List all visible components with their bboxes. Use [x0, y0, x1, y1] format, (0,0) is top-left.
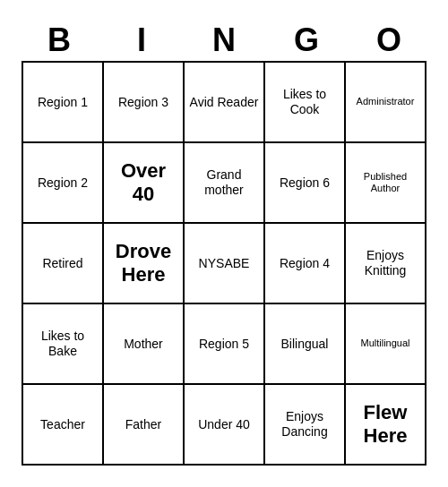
bingo-cell: Father	[104, 385, 185, 466]
bingo-letter: G	[267, 21, 346, 59]
bingo-cell: Teacher	[23, 385, 104, 466]
bingo-grid: Region 1Region 3Avid ReaderLikes to Cook…	[22, 61, 426, 466]
bingo-cell: Avid Reader	[185, 63, 265, 143]
bingo-cell: Flew Here	[346, 385, 426, 466]
bingo-letter: B	[20, 21, 99, 59]
bingo-cell: Region 4	[265, 224, 346, 304]
bingo-letter: I	[102, 21, 181, 59]
bingo-cell: Drove Here	[104, 224, 185, 304]
bingo-cell: Enjoys Dancing	[265, 385, 346, 466]
bingo-cell: Grand mother	[185, 143, 265, 224]
bingo-cell: Likes to Cook	[265, 63, 346, 143]
bingo-cell: Bilingual	[265, 304, 346, 385]
bingo-cell: Retired	[23, 224, 104, 304]
bingo-cell: Region 6	[265, 143, 346, 224]
bingo-title: BINGO	[18, 21, 430, 59]
bingo-cell: NYSABE	[185, 224, 265, 304]
bingo-cell: Region 1	[23, 63, 104, 143]
bingo-cell: Likes to Bake	[23, 304, 104, 385]
bingo-cell: Enjoys Knitting	[346, 224, 426, 304]
bingo-cell: Under 40	[185, 385, 265, 466]
bingo-cell: Region 2	[23, 143, 104, 224]
bingo-letter: O	[349, 21, 428, 59]
bingo-cell: Administrator	[346, 63, 426, 143]
bingo-letter: N	[185, 21, 263, 59]
bingo-cell: Region 3	[104, 63, 185, 143]
bingo-cell: Mother	[104, 304, 185, 385]
bingo-cell: Multilingual	[346, 304, 426, 385]
bingo-cell: Published Author	[346, 143, 426, 224]
bingo-cell: Over 40	[104, 143, 185, 224]
bingo-cell: Region 5	[185, 304, 265, 385]
